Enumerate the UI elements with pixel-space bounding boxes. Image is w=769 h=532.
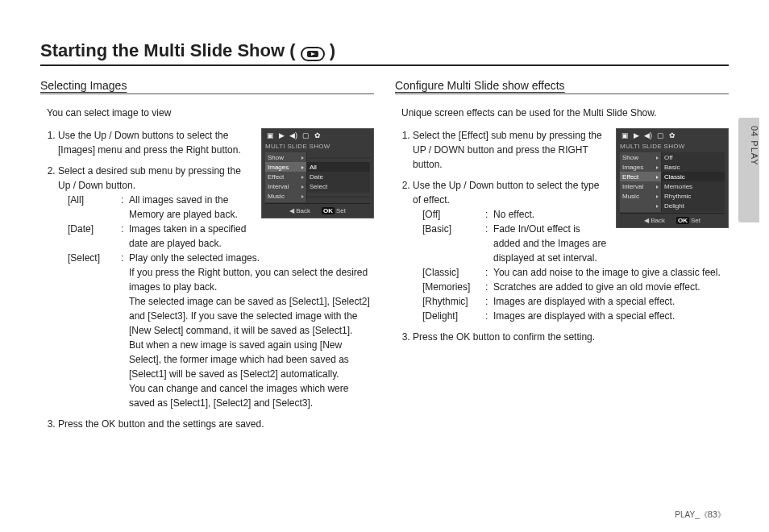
left-step-3: Press the OK button and the settings are… [58,417,374,431]
slideshow-tab-icon: ▣ [267,132,274,139]
playback-tab-icon: ▶ [279,132,285,139]
slideshow-icon [301,47,325,61]
sound-tab-icon: ◀) [289,132,297,139]
ok-badge: OK [676,217,689,224]
chapter-side-tab: 04 PLAY [738,118,759,222]
right-heading: Configure Multi Slide show effects [395,79,729,94]
playback-tab-icon: ▶ [634,132,639,139]
screen-title: MULTI SLIDE SHOW [620,142,725,152]
display-tab-icon: ▢ [657,132,664,139]
page-footer: PLAY_《83》 [675,509,725,521]
screen-menu-rows: Show▸OffImages▸BasicEffect▸ClassicInterv… [620,153,725,211]
screen-tabbar: ▣ ▶ ◀) ▢ ✿ [620,132,725,139]
screen-title: MULTI SLIDE SHOW [265,142,370,152]
display-tab-icon: ▢ [302,132,310,139]
settings-tab-icon: ✿ [669,132,675,139]
left-intro: You can select image to view [47,106,371,120]
screen-footer: ◀ Back OKSet [265,203,370,216]
settings-tab-icon: ✿ [314,132,321,139]
device-screen-right: ▣ ▶ ◀) ▢ ✿ MULTI SLIDE SHOW Show▸OffImag… [616,128,729,228]
right-step-3: Press the OK button to confirm the setti… [413,330,729,344]
title-prefix: Starting the Multi Slide Show ( [40,40,296,60]
slideshow-tab-icon: ▣ [621,132,629,139]
title-suffix: ) [330,40,335,60]
screen-tabbar: ▣ ▶ ◀) ▢ ✿ [265,132,370,139]
back-arrow-icon: ◀ [289,207,294,214]
left-column: Selecting Images You can select image to… [40,79,374,438]
ok-badge: OK [322,207,335,214]
menu-row: ▸Delight [620,202,725,211]
screen-menu-rows: Show▸Images▸AllEffect▸DateInterval▸Selec… [265,153,370,202]
device-screen-left: ▣ ▶ ◀) ▢ ✿ MULTI SLIDE SHOW Show▸Images▸… [261,128,374,218]
right-intro: Unique screen effects can be used for th… [401,106,725,120]
sound-tab-icon: ◀) [644,132,652,139]
page-title: Starting the Multi Slide Show ( ) [40,40,729,66]
screen-footer: ◀ Back OKSet [620,213,725,226]
left-heading: Selecting Images [40,79,374,94]
menu-row: Music▸ [265,192,370,202]
back-arrow-icon: ◀ [644,217,649,224]
right-column: Configure Multi Slide show effects Uniqu… [395,79,729,438]
